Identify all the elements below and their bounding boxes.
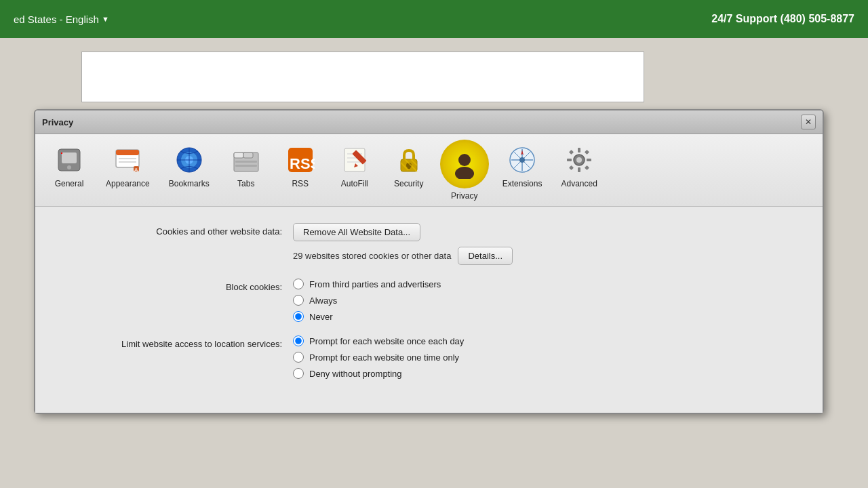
block-cookies-never[interactable]: Never xyxy=(293,311,795,322)
region-selector[interactable]: ed States - English ▼ xyxy=(14,14,109,25)
block-cookies-controls: From third parties and advertisers Alway… xyxy=(293,279,795,322)
location-services-controls: Prompt for each website once each day Pr… xyxy=(293,336,795,379)
location-deny-label: Deny without prompting xyxy=(309,369,402,379)
region-text: ed States - English xyxy=(14,14,99,25)
toolbar-item-rss[interactable]: RSS RSS xyxy=(273,140,328,192)
general-label: General xyxy=(55,179,84,188)
privacy-label: Privacy xyxy=(451,191,477,201)
top-bar: ed States - English ▼ 24/7 Support (480)… xyxy=(0,0,868,38)
toolbar-item-appearance[interactable]: A Appearance xyxy=(96,140,159,192)
advanced-label: Advanced xyxy=(561,179,597,188)
location-prompt-daily-label: Prompt for each website once each day xyxy=(309,336,464,346)
location-prompt-once[interactable]: Prompt for each website one time only xyxy=(293,352,795,363)
privacy-icon-circle xyxy=(440,140,489,188)
svg-rect-45 xyxy=(578,148,580,152)
dialog-content: Cookies and other website data: Remove A… xyxy=(35,207,823,413)
dialog-title: Privacy xyxy=(42,117,73,127)
svg-rect-49 xyxy=(569,150,574,155)
svg-rect-46 xyxy=(578,167,580,172)
preferences-toolbar: General A Appearance xyxy=(35,134,823,207)
toolbar-item-autofill[interactable]: AutoFill xyxy=(328,140,382,192)
rss-icon: RSS xyxy=(284,144,317,176)
svg-rect-47 xyxy=(567,159,572,161)
svg-text:RSS: RSS xyxy=(290,155,315,172)
autofill-label: AutoFill xyxy=(341,179,368,188)
block-cookies-radio-group: From third parties and advertisers Alway… xyxy=(293,279,795,322)
details-button[interactable]: Details... xyxy=(458,247,513,265)
tabs-icon xyxy=(230,144,262,176)
svg-rect-48 xyxy=(587,159,591,161)
tabs-label: Tabs xyxy=(237,179,254,188)
svg-point-34 xyxy=(458,154,471,166)
autofill-icon xyxy=(338,144,371,176)
location-services-radio-group: Prompt for each website once each day Pr… xyxy=(293,336,795,379)
cookies-label: Cookies and other website data: xyxy=(62,223,293,237)
general-icon xyxy=(53,144,85,176)
chevron-icon: ▼ xyxy=(102,15,109,23)
support-number: 24/7 Support (480) 505-8877 xyxy=(711,13,854,25)
block-cookies-never-label: Never xyxy=(309,312,333,322)
svg-rect-17 xyxy=(243,152,253,158)
cookies-controls: Remove All Website Data... 29 websites s… xyxy=(293,223,795,265)
extensions-icon xyxy=(506,144,538,176)
block-cookies-third-party-label: From third parties and advertisers xyxy=(309,279,441,289)
svg-rect-16 xyxy=(234,152,243,158)
toolbar-item-general[interactable]: General xyxy=(42,140,96,192)
svg-point-44 xyxy=(576,157,582,163)
location-prompt-once-label: Prompt for each website one time only xyxy=(309,352,459,363)
svg-rect-1 xyxy=(62,152,77,163)
block-cookies-third-party[interactable]: From third parties and advertisers xyxy=(293,279,795,289)
website-data-count: 29 websites stored cookies or other data xyxy=(293,251,451,261)
svg-point-41 xyxy=(519,157,525,163)
appearance-icon: A xyxy=(111,144,144,176)
security-label: Security xyxy=(394,179,423,188)
cookies-row: Cookies and other website data: Remove A… xyxy=(62,223,795,265)
location-services-row: Limit website access to location service… xyxy=(62,336,795,379)
toolbar-item-security[interactable]: Security xyxy=(382,140,436,192)
extensions-label: Extensions xyxy=(502,179,542,188)
location-prompt-daily[interactable]: Prompt for each website once each day xyxy=(293,336,795,346)
close-button[interactable]: ✕ xyxy=(801,115,816,129)
location-prompt-once-radio[interactable] xyxy=(293,352,304,363)
svg-rect-19 xyxy=(235,165,257,167)
svg-rect-51 xyxy=(569,165,574,170)
bookmarks-icon xyxy=(173,144,205,176)
advanced-icon xyxy=(563,144,595,176)
location-services-label: Limit website access to location service… xyxy=(62,336,293,349)
svg-rect-52 xyxy=(585,165,589,170)
block-cookies-label: Block cookies: xyxy=(62,279,293,292)
svg-rect-18 xyxy=(235,161,257,163)
svg-text:A: A xyxy=(134,167,138,173)
svg-rect-5 xyxy=(116,150,139,155)
location-deny-radio[interactable] xyxy=(293,368,304,379)
location-deny[interactable]: Deny without prompting xyxy=(293,368,795,379)
block-cookies-never-radio[interactable] xyxy=(293,311,304,322)
svg-rect-3 xyxy=(61,152,62,154)
toolbar-item-bookmarks[interactable]: Bookmarks xyxy=(159,140,219,192)
block-cookies-third-party-radio[interactable] xyxy=(293,279,304,289)
block-cookies-always-radio[interactable] xyxy=(293,295,304,306)
privacy-dialog: Privacy ✕ General xyxy=(34,109,824,414)
svg-rect-30 xyxy=(408,165,410,169)
toolbar-item-privacy[interactable]: Privacy xyxy=(436,140,493,201)
block-cookies-always-label: Always xyxy=(309,296,337,306)
toolbar-item-advanced[interactable]: Advanced xyxy=(551,140,606,192)
website-data-info: 29 websites stored cookies or other data… xyxy=(293,247,795,265)
location-prompt-daily-radio[interactable] xyxy=(293,336,304,346)
toolbar-item-extensions[interactable]: Extensions xyxy=(493,140,552,192)
rss-label: RSS xyxy=(292,179,309,188)
bookmarks-label: Bookmarks xyxy=(169,179,210,188)
security-icon xyxy=(393,144,425,176)
svg-point-2 xyxy=(67,165,71,169)
svg-rect-50 xyxy=(585,150,589,155)
browser-content-area xyxy=(81,52,644,102)
appearance-label: Appearance xyxy=(106,179,150,188)
remove-website-data-button[interactable]: Remove All Website Data... xyxy=(293,223,420,241)
svg-point-35 xyxy=(455,167,474,179)
background-area: Privacy ✕ General xyxy=(0,38,868,488)
block-cookies-row: Block cookies: From third parties and ad… xyxy=(62,279,795,322)
toolbar-item-tabs[interactable]: Tabs xyxy=(219,140,273,192)
block-cookies-always[interactable]: Always xyxy=(293,295,795,306)
dialog-titlebar: Privacy ✕ xyxy=(35,110,823,134)
